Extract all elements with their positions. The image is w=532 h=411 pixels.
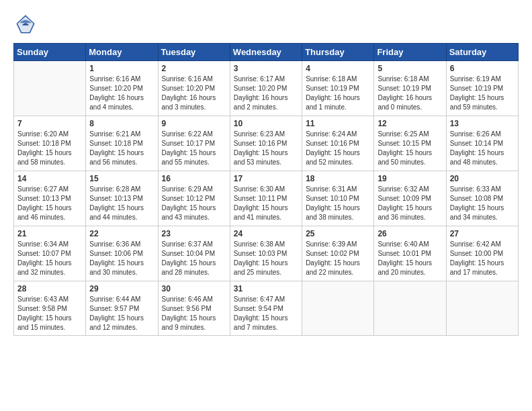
day-number: 14 [17,174,82,183]
calendar-body: 1Sunrise: 6:16 AM Sunset: 10:20 PM Dayli… [14,61,519,336]
day-info: Sunrise: 6:39 AM Sunset: 10:02 PM Daylig… [306,240,370,277]
day-info: Sunrise: 6:27 AM Sunset: 10:13 PM Daylig… [17,185,82,222]
header-monday: Monday [86,44,158,61]
day-info: Sunrise: 6:17 AM Sunset: 10:20 PM Daylig… [234,75,298,112]
week-row-5: 28Sunrise: 6:43 AM Sunset: 9:58 PM Dayli… [14,281,519,336]
day-number: 12 [378,119,442,128]
header-wednesday: Wednesday [230,44,302,61]
day-number: 22 [89,229,154,238]
table-cell: 4Sunrise: 6:18 AM Sunset: 10:19 PM Dayli… [302,61,374,116]
table-cell: 6Sunrise: 6:19 AM Sunset: 10:19 PM Dayli… [446,61,518,116]
day-number: 8 [89,119,154,128]
table-cell [302,281,374,336]
day-number: 23 [162,229,226,238]
day-info: Sunrise: 6:16 AM Sunset: 10:20 PM Daylig… [162,75,226,112]
day-number: 20 [450,174,515,183]
day-info: Sunrise: 6:18 AM Sunset: 10:19 PM Daylig… [306,75,370,112]
day-number: 16 [162,174,226,183]
table-cell: 23Sunrise: 6:37 AM Sunset: 10:04 PM Dayl… [158,226,230,281]
day-number: 1 [89,64,154,73]
day-info: Sunrise: 6:43 AM Sunset: 9:58 PM Dayligh… [17,295,82,332]
logo-icon [13,12,38,36]
day-info: Sunrise: 6:30 AM Sunset: 10:11 PM Daylig… [234,185,298,222]
table-cell: 27Sunrise: 6:42 AM Sunset: 10:00 PM Dayl… [446,226,518,281]
table-cell: 10Sunrise: 6:23 AM Sunset: 10:16 PM Dayl… [230,116,302,171]
day-info: Sunrise: 6:28 AM Sunset: 10:13 PM Daylig… [89,185,154,222]
day-info: Sunrise: 6:25 AM Sunset: 10:15 PM Daylig… [378,130,442,167]
header-friday: Friday [374,44,446,61]
day-info: Sunrise: 6:46 AM Sunset: 9:56 PM Dayligh… [162,295,226,332]
week-row-4: 21Sunrise: 6:34 AM Sunset: 10:07 PM Dayl… [14,226,519,281]
day-info: Sunrise: 6:38 AM Sunset: 10:03 PM Daylig… [234,240,298,277]
day-info: Sunrise: 6:31 AM Sunset: 10:10 PM Daylig… [306,185,370,222]
day-number: 13 [450,119,515,128]
table-cell: 18Sunrise: 6:31 AM Sunset: 10:10 PM Dayl… [302,171,374,226]
day-number: 17 [234,174,298,183]
table-cell: 3Sunrise: 6:17 AM Sunset: 10:20 PM Dayli… [230,61,302,116]
day-number: 24 [234,229,298,238]
day-number: 10 [234,119,298,128]
table-cell [446,281,518,336]
table-cell: 8Sunrise: 6:21 AM Sunset: 10:18 PM Dayli… [86,116,158,171]
day-info: Sunrise: 6:33 AM Sunset: 10:08 PM Daylig… [450,185,515,222]
logo [13,12,40,36]
day-info: Sunrise: 6:32 AM Sunset: 10:09 PM Daylig… [378,185,442,222]
week-row-2: 7Sunrise: 6:20 AM Sunset: 10:18 PM Dayli… [14,116,519,171]
day-number: 2 [162,64,226,73]
day-number: 19 [378,174,442,183]
day-info: Sunrise: 6:19 AM Sunset: 10:19 PM Daylig… [450,75,515,112]
day-number: 15 [89,174,154,183]
table-cell: 26Sunrise: 6:40 AM Sunset: 10:01 PM Dayl… [374,226,446,281]
table-cell: 20Sunrise: 6:33 AM Sunset: 10:08 PM Dayl… [446,171,518,226]
day-info: Sunrise: 6:42 AM Sunset: 10:00 PM Daylig… [450,240,515,277]
table-cell: 11Sunrise: 6:24 AM Sunset: 10:16 PM Dayl… [302,116,374,171]
day-number: 7 [17,119,82,128]
day-info: Sunrise: 6:47 AM Sunset: 9:54 PM Dayligh… [234,295,298,332]
table-cell: 28Sunrise: 6:43 AM Sunset: 9:58 PM Dayli… [14,281,86,336]
day-number: 21 [17,229,82,238]
day-number: 6 [450,64,515,73]
day-number: 18 [306,174,370,183]
day-number: 30 [162,284,226,293]
day-number: 9 [162,119,226,128]
table-cell: 9Sunrise: 6:22 AM Sunset: 10:17 PM Dayli… [158,116,230,171]
day-info: Sunrise: 6:23 AM Sunset: 10:16 PM Daylig… [234,130,298,167]
page-container: SundayMondayTuesdayWednesdayThursdayFrid… [0,0,532,342]
table-cell: 2Sunrise: 6:16 AM Sunset: 10:20 PM Dayli… [158,61,230,116]
calendar-header: SundayMondayTuesdayWednesdayThursdayFrid… [14,44,519,61]
day-number: 31 [234,284,298,293]
day-number: 25 [306,229,370,238]
table-cell: 30Sunrise: 6:46 AM Sunset: 9:56 PM Dayli… [158,281,230,336]
day-number: 28 [17,284,82,293]
day-info: Sunrise: 6:22 AM Sunset: 10:17 PM Daylig… [162,130,226,167]
day-info: Sunrise: 6:40 AM Sunset: 10:01 PM Daylig… [378,240,442,277]
day-info: Sunrise: 6:18 AM Sunset: 10:19 PM Daylig… [378,75,442,112]
header-thursday: Thursday [302,44,374,61]
day-info: Sunrise: 6:26 AM Sunset: 10:14 PM Daylig… [450,130,515,167]
day-number: 29 [89,284,154,293]
day-info: Sunrise: 6:34 AM Sunset: 10:07 PM Daylig… [17,240,82,277]
table-cell: 19Sunrise: 6:32 AM Sunset: 10:09 PM Dayl… [374,171,446,226]
table-cell: 25Sunrise: 6:39 AM Sunset: 10:02 PM Dayl… [302,226,374,281]
day-number: 26 [378,229,442,238]
header-saturday: Saturday [446,44,518,61]
day-number: 4 [306,64,370,73]
day-info: Sunrise: 6:24 AM Sunset: 10:16 PM Daylig… [306,130,370,167]
header-tuesday: Tuesday [158,44,230,61]
table-cell: 7Sunrise: 6:20 AM Sunset: 10:18 PM Dayli… [14,116,86,171]
table-cell: 13Sunrise: 6:26 AM Sunset: 10:14 PM Dayl… [446,116,518,171]
table-cell: 24Sunrise: 6:38 AM Sunset: 10:03 PM Dayl… [230,226,302,281]
day-info: Sunrise: 6:20 AM Sunset: 10:18 PM Daylig… [17,130,82,167]
table-cell: 14Sunrise: 6:27 AM Sunset: 10:13 PM Dayl… [14,171,86,226]
table-cell: 15Sunrise: 6:28 AM Sunset: 10:13 PM Dayl… [86,171,158,226]
header-sunday: Sunday [14,44,86,61]
day-info: Sunrise: 6:21 AM Sunset: 10:18 PM Daylig… [89,130,154,167]
header [13,12,519,36]
table-cell: 1Sunrise: 6:16 AM Sunset: 10:20 PM Dayli… [86,61,158,116]
day-info: Sunrise: 6:16 AM Sunset: 10:20 PM Daylig… [89,75,154,112]
table-cell: 22Sunrise: 6:36 AM Sunset: 10:06 PM Dayl… [86,226,158,281]
table-cell: 29Sunrise: 6:44 AM Sunset: 9:57 PM Dayli… [86,281,158,336]
day-number: 3 [234,64,298,73]
day-info: Sunrise: 6:37 AM Sunset: 10:04 PM Daylig… [162,240,226,277]
week-row-1: 1Sunrise: 6:16 AM Sunset: 10:20 PM Dayli… [14,61,519,116]
